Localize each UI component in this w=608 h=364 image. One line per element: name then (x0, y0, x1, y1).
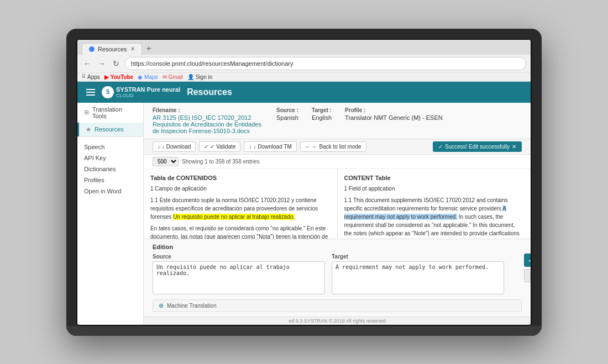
sidebar-tools-label: Translation Tools (92, 106, 137, 119)
browser-tabs: Resources ✕ + (77, 40, 531, 55)
doc-panels: Tabla de CONTENIDOS 1 Campo de aplicació… (144, 169, 531, 239)
sidebar-item-speech[interactable]: Speech (84, 141, 137, 152)
edition-source-col: Source (153, 254, 325, 296)
bookmark-gmail[interactable]: ✉ Gmail (163, 74, 183, 80)
alt-translation-row: ⊕ Machine Translation (153, 299, 522, 312)
edition-target-textarea[interactable] (332, 261, 504, 294)
sidebar-item-profiles[interactable]: Profiles (84, 175, 137, 186)
bookmark-gmail-label: Gmail (169, 74, 183, 80)
source-para-3: En tales casos, el requisito se consider… (150, 224, 331, 239)
entries-select-row: 500 100 50 Showing 1 to 358 of 358 entri… (144, 155, 531, 169)
sidebar-item-open-in-word[interactable]: Open in Word (84, 186, 137, 197)
bookmark-apps-label: Apps (87, 74, 100, 80)
hamburger-line (86, 92, 95, 93)
logo-text: SYSTRAN Pure neural (116, 86, 180, 93)
back-label: ← Back to list mode (312, 144, 361, 150)
machine-translation-icon: ⊕ (159, 302, 164, 309)
tab-close-button[interactable]: ✕ (130, 46, 135, 52)
entries-per-page-select[interactable]: 500 100 50 (153, 157, 179, 166)
action-bar: ↓ ↓ Download ✓ ✓ Validate ↓ ↓ Download T… (144, 139, 531, 155)
back-icon: ← (305, 144, 311, 150)
target-para-2a: 1.1 This document supplements ISO/IEC 17… (344, 197, 508, 212)
source-panel[interactable]: Tabla de CONTENIDOS 1 Campo de aplicació… (144, 169, 338, 239)
edition-row: Source Target ✓ ⋮ (153, 254, 522, 296)
gmail-icon: ✉ (163, 74, 167, 80)
forward-button[interactable]: → (96, 58, 107, 69)
account-icon: 👤 (187, 74, 194, 80)
source-toc-title: Tabla de CONTENIDOS (150, 173, 331, 183)
youtube-icon: ▶ (104, 74, 109, 80)
target-panel[interactable]: CONTENT Table 1 Field of application 1.1… (338, 169, 531, 239)
browser-toolbar: ← → ↻ (77, 55, 531, 72)
app-logo: S SYSTRAN Pure neural CLOUD (102, 86, 180, 98)
content-area: Filename : AR 3125 (ES) ISO_IEC 17020_20… (144, 103, 531, 325)
edition-title: Edition (153, 244, 522, 250)
refresh-button[interactable]: ↻ (111, 58, 122, 69)
target-label: Target : (312, 107, 332, 113)
target-para-2: 1.1 This document supplements ISO/IEC 17… (344, 196, 525, 239)
bookmark-maps[interactable]: ◉ Maps (138, 74, 158, 80)
tab-title: Resources (98, 46, 127, 52)
content-header: Filename : AR 3125 (ES) ISO_IEC 17020_20… (144, 103, 531, 139)
more-options-button[interactable]: ⋮ (524, 269, 531, 282)
app-header: S SYSTRAN Pure neural CLOUD Resources (77, 82, 531, 103)
hamburger-line (86, 94, 95, 96)
filename-col: Filename : AR 3125 (ES) ISO_IEC 17020_20… (153, 107, 263, 134)
bookmark-youtube[interactable]: ▶ YouTube (104, 74, 133, 80)
translation-tools-icon: ⊞ (84, 109, 89, 116)
new-tab-button[interactable]: + (144, 44, 154, 54)
filename-value: AR 3125 (ES) ISO_IEC 17020_2012 Requisit… (153, 114, 263, 134)
apps-icon: ⠿ (82, 74, 86, 80)
success-check-icon: ✓ (438, 144, 443, 150)
tab-favicon (89, 46, 95, 52)
file-info-row: Filename : AR 3125 (ES) ISO_IEC 17020_20… (153, 107, 522, 134)
download-icon: ↓ (158, 144, 160, 150)
target-toc-title: CONTENT Table (344, 173, 525, 183)
edition-source-textarea[interactable] (153, 261, 325, 294)
laptop-screen: Resources ✕ + ← → ↻ ⠿ Apps ▶ YouTube (76, 39, 532, 326)
footer-text: ed 9.3 SYSTRAN © 2019 All rights reserve… (289, 318, 386, 324)
bookmark-apps[interactable]: ⠿ Apps (82, 74, 100, 80)
hamburger-menu[interactable] (86, 89, 95, 96)
source-col: Source : Spanish (276, 107, 298, 134)
download-button[interactable]: ↓ ↓ Download (153, 141, 196, 152)
target-value: English (312, 114, 332, 121)
bookmark-signin-label: Sign in (196, 74, 213, 80)
validate-button[interactable]: ✓ ✓ Validate (199, 141, 240, 152)
edition-target-label: Target (332, 254, 504, 260)
download-tm-icon: ↓ (249, 144, 251, 150)
address-bar[interactable] (125, 57, 526, 70)
browser-chrome: Resources ✕ + ← → ↻ ⠿ Apps ▶ YouTube (77, 40, 531, 82)
sidebar-bottom-section: Speech API Key Dictionaries Profiles Ope… (77, 137, 143, 201)
app-container: S SYSTRAN Pure neural CLOUD Resources ⊞ … (77, 82, 531, 325)
hamburger-line (86, 89, 95, 90)
sidebar-item-dictionaries[interactable]: Dictionaries (84, 163, 137, 175)
validate-icon: ✓ (204, 144, 208, 150)
confirm-edit-button[interactable]: ✓ (524, 254, 531, 267)
success-badge: ✓ Success! Edit successfully ✕ (433, 141, 522, 152)
back-button[interactable]: ← (82, 58, 93, 69)
download-tm-button[interactable]: ↓ ↓ Download TM (244, 141, 296, 152)
bookmark-signin[interactable]: 👤 Sign in (187, 74, 213, 80)
main-layout: ⊞ Translation Tools ★ Resources Speech A… (77, 103, 531, 325)
source-highlighted: Un requisito puede no aplicar al trabajo… (173, 214, 295, 220)
target-para-1: 1 Field of application (344, 184, 525, 193)
profile-value: Translator NMT Generic (M) - ESEN (345, 114, 443, 121)
profile-label: Profile : (345, 107, 443, 113)
back-to-list-button[interactable]: ← ← Back to list mode (300, 141, 366, 152)
sidebar-item-resources[interactable]: ★ Resources (77, 123, 143, 136)
sidebar-resources-label: Resources (95, 126, 124, 133)
maps-icon: ◉ (138, 74, 143, 80)
resources-icon: ★ (86, 126, 91, 133)
sidebar-item-api-key[interactable]: API Key (84, 152, 137, 163)
sidebar-section-tools: ⊞ Translation Tools ★ Resources (77, 103, 143, 137)
success-close-icon[interactable]: ✕ (512, 144, 516, 150)
source-para-2: 1.1 Este documento suple la norma ISO/IE… (150, 196, 331, 221)
entries-info: Showing 1 to 358 of 358 entries (182, 159, 260, 165)
sidebar-item-translation-tools[interactable]: ⊞ Translation Tools (77, 103, 143, 123)
footer-bar: ed 9.3 SYSTRAN © 2019 All rights reserve… (144, 316, 531, 325)
edition-section: Edition Source Target ✓ ⋮ (144, 239, 531, 316)
logo-text-block: SYSTRAN Pure neural CLOUD (116, 86, 180, 98)
logo-icon: S (102, 86, 114, 98)
browser-tab-active[interactable]: Resources ✕ (82, 43, 142, 55)
